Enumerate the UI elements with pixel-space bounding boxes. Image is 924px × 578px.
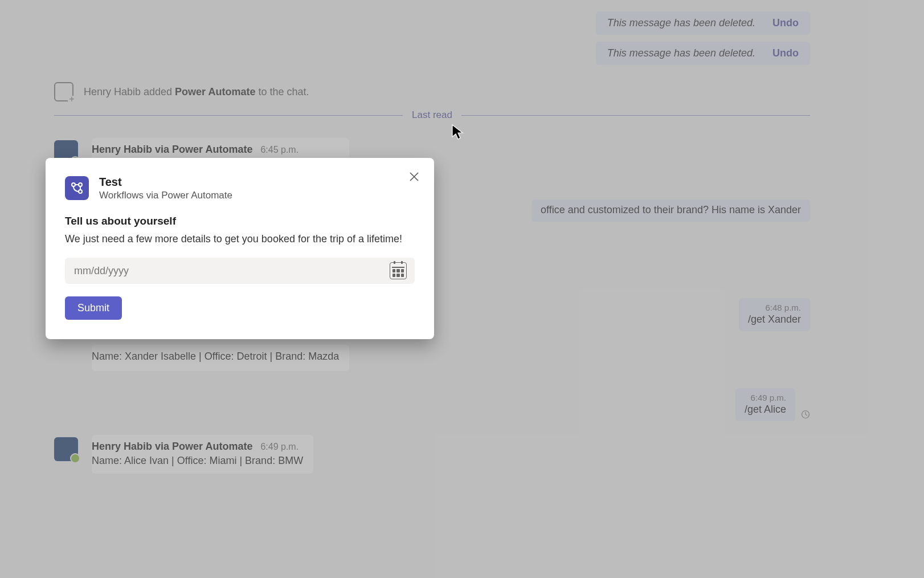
date-input[interactable] xyxy=(73,264,390,278)
modal-title: Test xyxy=(99,175,232,189)
svg-point-2 xyxy=(79,183,82,186)
svg-point-1 xyxy=(72,183,75,186)
card-description: We just need a few more details to get y… xyxy=(65,233,415,245)
modal-subtitle: Workflows via Power Automate xyxy=(99,190,232,201)
card-heading: Tell us about yourself xyxy=(65,215,415,227)
date-input-field[interactable] xyxy=(65,258,415,284)
close-button[interactable] xyxy=(406,168,423,185)
workflows-icon xyxy=(65,176,89,200)
modal-header: Test Workflows via Power Automate xyxy=(65,175,415,201)
calendar-icon[interactable] xyxy=(390,262,407,279)
submit-button[interactable]: Submit xyxy=(65,296,122,320)
adaptive-card-modal: Test Workflows via Power Automate Tell u… xyxy=(46,158,434,339)
svg-point-3 xyxy=(79,190,82,193)
